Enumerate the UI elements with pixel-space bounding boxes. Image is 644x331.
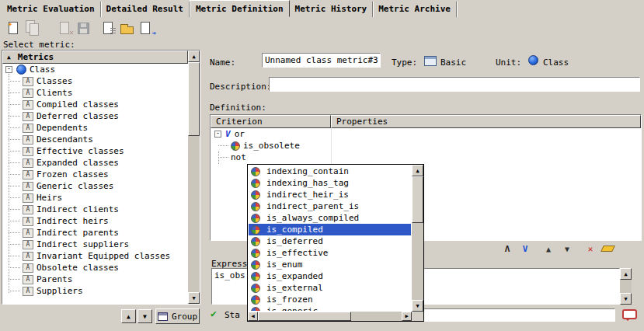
criterion-option[interactable]: is_external [249, 282, 411, 294]
delete-criterion-button[interactable]: ✕ [583, 242, 598, 256]
properties-column-header[interactable]: Properties [331, 115, 641, 128]
criterion-dropdown-list: indexing_contain indexing_has_tag indire… [247, 164, 424, 322]
comment-bubble-icon[interactable] [622, 309, 637, 319]
scroll-up-icon[interactable] [412, 165, 423, 176]
criterion-option-label: is_deferred [266, 236, 323, 246]
move-criterion-up-button[interactable]: ▲ [541, 242, 556, 256]
metric-tree-item[interactable]: Classes [2, 75, 188, 87]
metric-tree-item[interactable]: Deferred classes [2, 110, 188, 122]
metric-tree-item[interactable]: Compiled classes [2, 99, 188, 110]
new-metric-icon [9, 22, 18, 34]
import-metric-button[interactable] [99, 19, 117, 37]
metric-tree-item[interactable]: Descendants [2, 134, 188, 145]
group-toggle-button[interactable]: Group [155, 308, 200, 324]
metric-tree-scrollbar[interactable] [188, 51, 200, 304]
new-metric-button[interactable] [5, 19, 23, 37]
scroll-down-icon[interactable] [188, 292, 200, 304]
tree-connector [9, 139, 20, 140]
copy-metric-button[interactable] [23, 19, 41, 37]
criterion-icon [251, 272, 260, 281]
scroll-down-icon[interactable] [620, 293, 632, 305]
open-metric-file-button[interactable] [118, 19, 136, 37]
metric-tree-item[interactable]: Dependents [2, 122, 188, 134]
import-metric-icon [103, 22, 113, 34]
tab[interactable]: Metric History [290, 2, 374, 17]
metric-tree-item[interactable]: Indirect parents [2, 227, 188, 239]
metric-tree-item[interactable]: Indirect suppliers [2, 239, 188, 250]
criterion-option[interactable]: indirect_parent_is [249, 200, 411, 212]
scrollbar-thumb[interactable] [258, 312, 351, 321]
scrollbar-thumb[interactable] [188, 62, 200, 136]
metric-tree-item[interactable]: Indirect clients [2, 204, 188, 215]
dropdown-vertical-scrollbar[interactable] [412, 165, 423, 312]
tab[interactable]: Metric Evaluation [2, 2, 101, 17]
metric-tree-item[interactable]: Suppliers [2, 285, 188, 297]
or-criterion-button[interactable]: V [517, 242, 533, 256]
export-metric-button[interactable] [137, 19, 155, 37]
class-unit-icon [16, 64, 26, 75]
criterion-option[interactable]: indirect_heir_is [249, 189, 411, 200]
tab[interactable]: Metric Definition [190, 0, 290, 17]
save-metric-button[interactable] [75, 19, 92, 37]
metric-tree-item[interactable]: Parents [2, 274, 188, 285]
criterion-option[interactable]: is_always_compiled [249, 212, 411, 224]
scroll-down-icon[interactable] [412, 300, 423, 312]
criterion-option[interactable]: is_enum [249, 259, 411, 270]
criterion-option[interactable]: is_deferred [249, 235, 411, 247]
tree-connector [218, 157, 228, 158]
metric-tree-item[interactable]: Indirect heirs [2, 215, 188, 227]
metric-tree-item[interactable]: Obsolete classes [2, 262, 188, 274]
criterion-option[interactable]: is generic [249, 305, 411, 311]
tab[interactable]: Detailed Result [101, 2, 190, 17]
metric-tree-item[interactable]: Expanded classes [2, 157, 188, 169]
description-input[interactable] [269, 77, 640, 92]
metric-icon [23, 135, 33, 145]
name-input[interactable]: Unnamed class metric#3 [262, 53, 381, 68]
scroll-up-icon[interactable] [620, 268, 632, 280]
scrollbar-thumb[interactable] [412, 176, 423, 223]
metric-icon [23, 217, 33, 226]
criterion-row-or[interactable]: V or [211, 128, 641, 140]
metric-name: Indirect clients [37, 204, 119, 214]
metric-tree-item[interactable]: Heirs [2, 192, 188, 204]
criterion-option-label: is_effective [266, 248, 328, 258]
erase-criterion-button[interactable] [600, 242, 615, 256]
metrics-column-header[interactable]: Metrics [2, 51, 188, 64]
tree-item-class-root[interactable]: Class [2, 64, 188, 75]
tree-connector [9, 186, 20, 186]
metric-tree-item[interactable]: Frozen classes [2, 169, 188, 180]
move-metric-down-button[interactable] [138, 309, 152, 323]
name-label: Name: [210, 57, 235, 68]
criterion-option[interactable]: indexing_has_tag [249, 177, 411, 189]
move-criterion-down-button[interactable]: ▼ [559, 242, 575, 256]
criterion-row-is-obsolete[interactable]: is_obsolete [211, 140, 641, 152]
metric-tree-item[interactable]: Generic classes [2, 180, 188, 192]
scroll-left-icon[interactable] [248, 312, 258, 321]
move-metric-up-button[interactable] [121, 309, 136, 323]
scroll-up-icon[interactable] [188, 51, 200, 62]
tab[interactable]: Metric Archive [373, 2, 457, 17]
metric-name: Frozen classes [37, 169, 109, 179]
criterion-row-not[interactable]: not [211, 152, 641, 163]
collapse-icon[interactable] [5, 66, 12, 73]
metric-icon [23, 147, 33, 156]
scroll-right-icon[interactable] [402, 312, 412, 321]
criterion-option[interactable]: indexing_contain [249, 166, 411, 177]
erase-criterion-icon [600, 246, 615, 252]
metric-icon [23, 240, 33, 249]
expression-scrollbar[interactable] [620, 268, 632, 305]
criterion-column-header[interactable]: Criterion [211, 115, 331, 128]
collapse-icon[interactable] [214, 131, 221, 138]
metric-tree-item[interactable]: Effective classes [2, 145, 188, 157]
metric-tree-item[interactable]: Clients [2, 87, 188, 99]
criterion-option[interactable]: is_compiled [249, 224, 411, 235]
metric-name: Descendants [37, 134, 93, 145]
delete-metric-button[interactable] [56, 19, 74, 37]
dropdown-horizontal-scrollbar[interactable] [248, 312, 412, 321]
criterion-label: is_obsolete [243, 141, 300, 151]
criterion-option[interactable]: is_expanded [249, 270, 411, 282]
and-criterion-button[interactable]: Λ [500, 242, 515, 256]
metric-tree-item[interactable]: Invariant Equipped classes [2, 250, 188, 262]
criterion-option[interactable]: is_effective [249, 247, 411, 259]
criterion-option[interactable]: is_frozen [249, 294, 411, 305]
